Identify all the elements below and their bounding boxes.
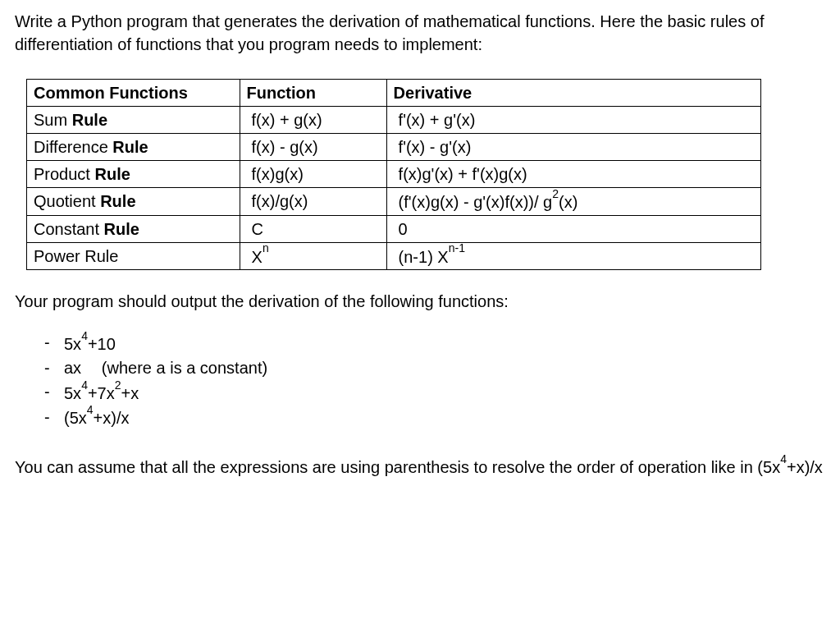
example-note <box>93 359 102 377</box>
rule-name-pre: Product <box>34 165 94 183</box>
table-header-row: Common Functions Function Derivative <box>27 80 761 107</box>
example-expr: 5x4+10 <box>64 335 116 353</box>
rule-name-pre: Difference <box>34 138 112 156</box>
examples-intro: Your program should output the derivatio… <box>15 290 825 313</box>
rule-derivative: (n-1) Xn-1 <box>386 242 761 270</box>
list-item: 5x4+7x2+x <box>44 380 825 406</box>
table-row: Sum Rule f(x) + g(x) f'(x) + g'(x) <box>27 107 761 134</box>
intro-paragraph: Write a Python program that generates th… <box>15 10 825 56</box>
example-expr: ax <box>64 359 81 377</box>
example-expr: 5x4+7x2+x <box>64 384 139 402</box>
list-item: ax (where a is a constant) <box>44 356 825 380</box>
rule-function: f(x)g(x) <box>240 161 386 188</box>
rule-derivative: f'(x) + g'(x) <box>386 107 761 134</box>
rule-name: Quotient Rule <box>27 188 240 216</box>
rule-name-bold: Rule <box>100 192 135 210</box>
table-row: Power Rule Xn (n-1) Xn-1 <box>27 242 761 270</box>
rule-derivative: 0 <box>386 215 761 242</box>
rule-function: f(x) - g(x) <box>240 134 386 161</box>
list-item: (5x4+x)/x <box>44 406 825 431</box>
header-function: Function <box>240 80 386 107</box>
rule-name-pre: Constant <box>34 220 104 238</box>
rule-name: Difference Rule <box>27 134 240 161</box>
rule-name-pre: Power Rule <box>34 247 118 265</box>
table-row: Quotient Rule f(x)/g(x) (f'(x)g(x) - g'(… <box>27 188 761 216</box>
rule-name-bold: Rule <box>104 220 139 238</box>
closing-text: You can assume that all the expressions … <box>15 458 757 476</box>
header-derivative: Derivative <box>386 80 761 107</box>
rule-name-bold: Rule <box>112 138 148 156</box>
rule-derivative: f(x)g'(x) + f'(x)g(x) <box>386 161 761 188</box>
rule-function: C <box>240 215 386 242</box>
rule-name-bold: Rule <box>72 111 107 129</box>
rules-table-wrapper: Common Functions Function Derivative Sum… <box>26 79 825 270</box>
rule-name-pre: Quotient <box>34 192 100 210</box>
rule-function: Xn <box>240 242 386 270</box>
rule-derivative: f'(x) - g'(x) <box>386 134 761 161</box>
rule-name: Power Rule <box>27 242 240 270</box>
header-common-functions: Common Functions <box>27 80 240 107</box>
table-row: Constant Rule C 0 <box>27 215 761 242</box>
rule-name: Product Rule <box>27 161 240 188</box>
rule-function: f(x)/g(x) <box>240 188 386 216</box>
example-note-text: (where a is a constant) <box>102 359 267 377</box>
table-row: Difference Rule f(x) - g(x) f'(x) - g'(x… <box>27 134 761 161</box>
closing-paragraph: You can assume that all the expressions … <box>15 455 825 479</box>
rule-derivative: (f'(x)g(x) - g'(x)f(x))/ g2(x) <box>386 188 761 216</box>
rules-table: Common Functions Function Derivative Sum… <box>26 79 761 270</box>
rule-name: Constant Rule <box>27 215 240 242</box>
examples-list: 5x4+10 ax (where a is a constant) 5x4+7x… <box>44 331 825 430</box>
rule-name-bold: Rule <box>94 165 130 183</box>
closing-expr: (5x4+x)/x <box>757 458 823 476</box>
list-item: 5x4+10 <box>44 331 825 356</box>
rule-name-pre: Sum <box>34 111 72 129</box>
rule-function: f(x) + g(x) <box>240 107 386 134</box>
rule-name: Sum Rule <box>27 107 240 134</box>
table-row: Product Rule f(x)g(x) f(x)g'(x) + f'(x)g… <box>27 161 761 188</box>
example-expr: (5x4+x)/x <box>64 409 130 427</box>
